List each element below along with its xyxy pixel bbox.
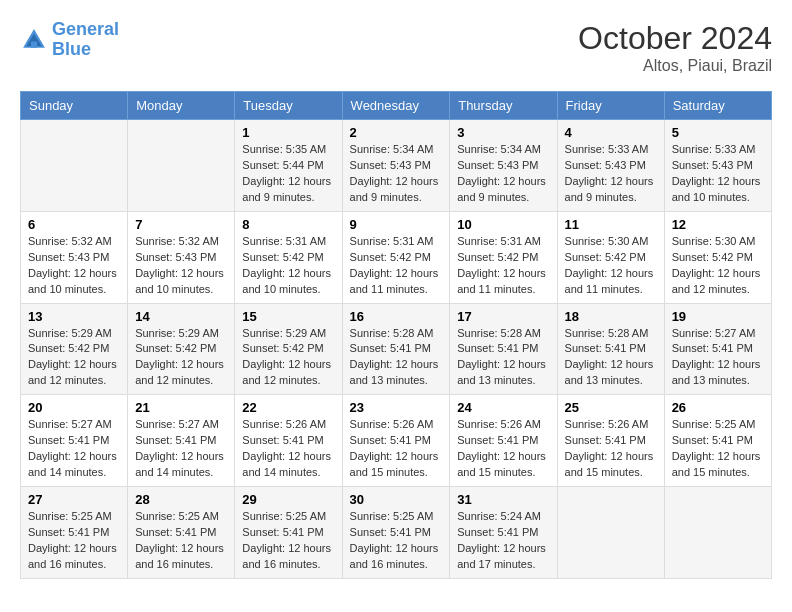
- header-cell-saturday: Saturday: [664, 92, 771, 120]
- header-row: SundayMondayTuesdayWednesdayThursdayFrid…: [21, 92, 772, 120]
- day-info: Sunrise: 5:29 AMSunset: 5:42 PMDaylight:…: [242, 326, 334, 390]
- day-number: 15: [242, 309, 334, 324]
- calendar-cell: 19Sunrise: 5:27 AMSunset: 5:41 PMDayligh…: [664, 303, 771, 395]
- location-subtitle: Altos, Piaui, Brazil: [578, 57, 772, 75]
- calendar-cell: [128, 120, 235, 212]
- calendar-cell: 3Sunrise: 5:34 AMSunset: 5:43 PMDaylight…: [450, 120, 557, 212]
- day-number: 1: [242, 125, 334, 140]
- header-cell-thursday: Thursday: [450, 92, 557, 120]
- day-info: Sunrise: 5:30 AMSunset: 5:42 PMDaylight:…: [672, 234, 764, 298]
- day-info: Sunrise: 5:24 AMSunset: 5:41 PMDaylight:…: [457, 509, 549, 573]
- day-number: 2: [350, 125, 443, 140]
- day-info: Sunrise: 5:29 AMSunset: 5:42 PMDaylight:…: [28, 326, 120, 390]
- day-number: 30: [350, 492, 443, 507]
- day-info: Sunrise: 5:25 AMSunset: 5:41 PMDaylight:…: [242, 509, 334, 573]
- day-number: 6: [28, 217, 120, 232]
- header-cell-wednesday: Wednesday: [342, 92, 450, 120]
- svg-rect-2: [31, 41, 37, 47]
- day-number: 14: [135, 309, 227, 324]
- calendar-cell: 1Sunrise: 5:35 AMSunset: 5:44 PMDaylight…: [235, 120, 342, 212]
- day-number: 16: [350, 309, 443, 324]
- day-info: Sunrise: 5:28 AMSunset: 5:41 PMDaylight:…: [350, 326, 443, 390]
- calendar-cell: 22Sunrise: 5:26 AMSunset: 5:41 PMDayligh…: [235, 395, 342, 487]
- header-cell-tuesday: Tuesday: [235, 92, 342, 120]
- page-header: General Blue October 2024 Altos, Piaui, …: [20, 20, 772, 75]
- logo: General Blue: [20, 20, 119, 60]
- day-info: Sunrise: 5:26 AMSunset: 5:41 PMDaylight:…: [565, 417, 657, 481]
- calendar-cell: 4Sunrise: 5:33 AMSunset: 5:43 PMDaylight…: [557, 120, 664, 212]
- day-number: 25: [565, 400, 657, 415]
- calendar-cell: 28Sunrise: 5:25 AMSunset: 5:41 PMDayligh…: [128, 487, 235, 579]
- calendar-cell: 15Sunrise: 5:29 AMSunset: 5:42 PMDayligh…: [235, 303, 342, 395]
- week-row-5: 27Sunrise: 5:25 AMSunset: 5:41 PMDayligh…: [21, 487, 772, 579]
- day-info: Sunrise: 5:26 AMSunset: 5:41 PMDaylight:…: [350, 417, 443, 481]
- day-info: Sunrise: 5:25 AMSunset: 5:41 PMDaylight:…: [350, 509, 443, 573]
- calendar-cell: 20Sunrise: 5:27 AMSunset: 5:41 PMDayligh…: [21, 395, 128, 487]
- logo-line1: General: [52, 19, 119, 39]
- day-info: Sunrise: 5:27 AMSunset: 5:41 PMDaylight:…: [135, 417, 227, 481]
- day-number: 31: [457, 492, 549, 507]
- calendar-table: SundayMondayTuesdayWednesdayThursdayFrid…: [20, 91, 772, 579]
- day-number: 5: [672, 125, 764, 140]
- calendar-cell: 5Sunrise: 5:33 AMSunset: 5:43 PMDaylight…: [664, 120, 771, 212]
- calendar-cell: 30Sunrise: 5:25 AMSunset: 5:41 PMDayligh…: [342, 487, 450, 579]
- day-info: Sunrise: 5:29 AMSunset: 5:42 PMDaylight:…: [135, 326, 227, 390]
- calendar-cell: 11Sunrise: 5:30 AMSunset: 5:42 PMDayligh…: [557, 211, 664, 303]
- calendar-cell: 17Sunrise: 5:28 AMSunset: 5:41 PMDayligh…: [450, 303, 557, 395]
- day-number: 21: [135, 400, 227, 415]
- calendar-cell: 21Sunrise: 5:27 AMSunset: 5:41 PMDayligh…: [128, 395, 235, 487]
- day-info: Sunrise: 5:28 AMSunset: 5:41 PMDaylight:…: [565, 326, 657, 390]
- calendar-cell: 16Sunrise: 5:28 AMSunset: 5:41 PMDayligh…: [342, 303, 450, 395]
- day-number: 24: [457, 400, 549, 415]
- day-info: Sunrise: 5:27 AMSunset: 5:41 PMDaylight:…: [672, 326, 764, 390]
- calendar-cell: 31Sunrise: 5:24 AMSunset: 5:41 PMDayligh…: [450, 487, 557, 579]
- day-number: 13: [28, 309, 120, 324]
- calendar-cell: 29Sunrise: 5:25 AMSunset: 5:41 PMDayligh…: [235, 487, 342, 579]
- calendar-cell: [21, 120, 128, 212]
- day-number: 28: [135, 492, 227, 507]
- day-info: Sunrise: 5:26 AMSunset: 5:41 PMDaylight:…: [242, 417, 334, 481]
- logo-icon: [20, 26, 48, 54]
- day-number: 18: [565, 309, 657, 324]
- day-info: Sunrise: 5:34 AMSunset: 5:43 PMDaylight:…: [350, 142, 443, 206]
- calendar-cell: 9Sunrise: 5:31 AMSunset: 5:42 PMDaylight…: [342, 211, 450, 303]
- header-cell-monday: Monday: [128, 92, 235, 120]
- logo-text: General Blue: [52, 20, 119, 60]
- day-number: 11: [565, 217, 657, 232]
- day-info: Sunrise: 5:32 AMSunset: 5:43 PMDaylight:…: [135, 234, 227, 298]
- day-info: Sunrise: 5:26 AMSunset: 5:41 PMDaylight:…: [457, 417, 549, 481]
- calendar-cell: 8Sunrise: 5:31 AMSunset: 5:42 PMDaylight…: [235, 211, 342, 303]
- week-row-4: 20Sunrise: 5:27 AMSunset: 5:41 PMDayligh…: [21, 395, 772, 487]
- header-cell-friday: Friday: [557, 92, 664, 120]
- day-info: Sunrise: 5:34 AMSunset: 5:43 PMDaylight:…: [457, 142, 549, 206]
- day-number: 20: [28, 400, 120, 415]
- calendar-cell: 7Sunrise: 5:32 AMSunset: 5:43 PMDaylight…: [128, 211, 235, 303]
- day-info: Sunrise: 5:33 AMSunset: 5:43 PMDaylight:…: [565, 142, 657, 206]
- month-title: October 2024: [578, 20, 772, 57]
- day-info: Sunrise: 5:35 AMSunset: 5:44 PMDaylight:…: [242, 142, 334, 206]
- day-info: Sunrise: 5:31 AMSunset: 5:42 PMDaylight:…: [242, 234, 334, 298]
- day-number: 9: [350, 217, 443, 232]
- day-info: Sunrise: 5:25 AMSunset: 5:41 PMDaylight:…: [28, 509, 120, 573]
- calendar-cell: 13Sunrise: 5:29 AMSunset: 5:42 PMDayligh…: [21, 303, 128, 395]
- day-info: Sunrise: 5:25 AMSunset: 5:41 PMDaylight:…: [672, 417, 764, 481]
- day-number: 17: [457, 309, 549, 324]
- calendar-cell: 10Sunrise: 5:31 AMSunset: 5:42 PMDayligh…: [450, 211, 557, 303]
- calendar-cell: 26Sunrise: 5:25 AMSunset: 5:41 PMDayligh…: [664, 395, 771, 487]
- day-info: Sunrise: 5:25 AMSunset: 5:41 PMDaylight:…: [135, 509, 227, 573]
- calendar-cell: 2Sunrise: 5:34 AMSunset: 5:43 PMDaylight…: [342, 120, 450, 212]
- calendar-cell: 14Sunrise: 5:29 AMSunset: 5:42 PMDayligh…: [128, 303, 235, 395]
- calendar-cell: [557, 487, 664, 579]
- day-number: 10: [457, 217, 549, 232]
- day-info: Sunrise: 5:31 AMSunset: 5:42 PMDaylight:…: [350, 234, 443, 298]
- day-number: 8: [242, 217, 334, 232]
- calendar-cell: 25Sunrise: 5:26 AMSunset: 5:41 PMDayligh…: [557, 395, 664, 487]
- title-block: October 2024 Altos, Piaui, Brazil: [578, 20, 772, 75]
- calendar-cell: 24Sunrise: 5:26 AMSunset: 5:41 PMDayligh…: [450, 395, 557, 487]
- logo-line2: Blue: [52, 39, 91, 59]
- day-info: Sunrise: 5:27 AMSunset: 5:41 PMDaylight:…: [28, 417, 120, 481]
- calendar-cell: 23Sunrise: 5:26 AMSunset: 5:41 PMDayligh…: [342, 395, 450, 487]
- week-row-2: 6Sunrise: 5:32 AMSunset: 5:43 PMDaylight…: [21, 211, 772, 303]
- day-number: 7: [135, 217, 227, 232]
- calendar-cell: 27Sunrise: 5:25 AMSunset: 5:41 PMDayligh…: [21, 487, 128, 579]
